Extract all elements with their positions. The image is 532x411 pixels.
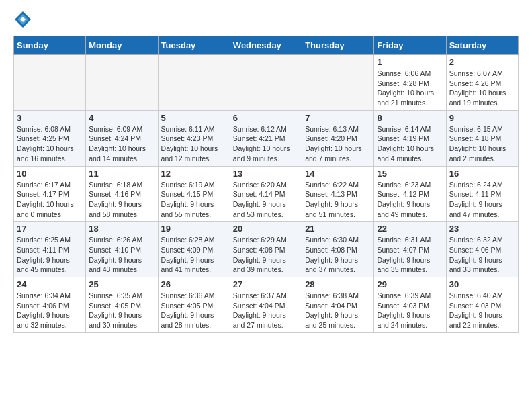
day-number: 5 — [161, 113, 227, 123]
calendar-cell: 8Sunrise: 6:14 AM Sunset: 4:19 PM Daylig… — [374, 110, 446, 166]
weekday-header: Thursday — [302, 36, 374, 55]
day-number: 16 — [449, 169, 515, 179]
day-number: 2 — [449, 57, 515, 67]
calendar-cell: 14Sunrise: 6:22 AM Sunset: 4:13 PM Dayli… — [302, 166, 374, 222]
calendar-cell: 30Sunrise: 6:40 AM Sunset: 4:03 PM Dayli… — [446, 277, 518, 333]
day-number: 25 — [89, 279, 154, 289]
day-number: 12 — [161, 169, 227, 179]
calendar-cell: 6Sunrise: 6:12 AM Sunset: 4:21 PM Daylig… — [230, 110, 302, 166]
calendar-cell: 5Sunrise: 6:11 AM Sunset: 4:23 PM Daylig… — [158, 110, 230, 166]
weekday-header: Saturday — [446, 36, 518, 55]
day-number: 23 — [449, 224, 515, 234]
calendar-cell: 28Sunrise: 6:38 AM Sunset: 4:04 PM Dayli… — [302, 277, 374, 333]
calendar-cell: 7Sunrise: 6:13 AM Sunset: 4:20 PM Daylig… — [302, 110, 374, 166]
weekday-header: Wednesday — [230, 36, 302, 55]
day-number: 14 — [305, 169, 371, 179]
weekday-header: Sunday — [14, 36, 86, 55]
calendar-cell: 17Sunrise: 6:25 AM Sunset: 4:11 PM Dayli… — [14, 222, 86, 277]
weekday-header: Tuesday — [158, 36, 230, 55]
calendar-cell: 19Sunrise: 6:28 AM Sunset: 4:09 PM Dayli… — [158, 222, 230, 277]
day-number: 26 — [161, 279, 227, 289]
day-number: 11 — [89, 169, 154, 179]
day-content: Sunrise: 6:36 AM Sunset: 4:05 PM Dayligh… — [161, 291, 227, 330]
calendar-cell: 24Sunrise: 6:34 AM Sunset: 4:06 PM Dayli… — [14, 277, 86, 333]
page-header — [13, 10, 519, 29]
day-content: Sunrise: 6:23 AM Sunset: 4:12 PM Dayligh… — [377, 180, 443, 220]
calendar-cell: 2Sunrise: 6:07 AM Sunset: 4:26 PM Daylig… — [446, 55, 518, 111]
day-content: Sunrise: 6:25 AM Sunset: 4:11 PM Dayligh… — [17, 235, 83, 275]
day-content: Sunrise: 6:19 AM Sunset: 4:15 PM Dayligh… — [161, 180, 227, 220]
calendar-week-row: 10Sunrise: 6:17 AM Sunset: 4:17 PM Dayli… — [14, 166, 519, 222]
calendar-cell — [302, 55, 374, 111]
day-number: 3 — [17, 113, 83, 123]
calendar-cell: 21Sunrise: 6:30 AM Sunset: 4:08 PM Dayli… — [302, 222, 374, 277]
calendar-cell: 16Sunrise: 6:24 AM Sunset: 4:11 PM Dayli… — [446, 166, 518, 222]
weekday-header: Friday — [374, 36, 446, 55]
calendar-cell: 18Sunrise: 6:26 AM Sunset: 4:10 PM Dayli… — [86, 222, 158, 277]
day-content: Sunrise: 6:39 AM Sunset: 4:03 PM Dayligh… — [377, 291, 443, 330]
day-number: 20 — [233, 224, 299, 234]
day-number: 4 — [89, 113, 154, 123]
day-content: Sunrise: 6:28 AM Sunset: 4:09 PM Dayligh… — [161, 235, 227, 275]
day-content: Sunrise: 6:14 AM Sunset: 4:19 PM Dayligh… — [377, 124, 443, 164]
day-content: Sunrise: 6:12 AM Sunset: 4:21 PM Dayligh… — [233, 124, 299, 164]
day-content: Sunrise: 6:35 AM Sunset: 4:05 PM Dayligh… — [89, 291, 154, 330]
calendar-cell: 27Sunrise: 6:37 AM Sunset: 4:04 PM Dayli… — [230, 277, 302, 333]
calendar-cell: 10Sunrise: 6:17 AM Sunset: 4:17 PM Dayli… — [14, 166, 86, 222]
day-number: 24 — [17, 279, 83, 289]
calendar-cell: 3Sunrise: 6:08 AM Sunset: 4:25 PM Daylig… — [14, 110, 86, 166]
day-number: 9 — [449, 113, 515, 123]
day-content: Sunrise: 6:31 AM Sunset: 4:07 PM Dayligh… — [377, 235, 443, 275]
calendar-cell: 15Sunrise: 6:23 AM Sunset: 4:12 PM Dayli… — [374, 166, 446, 222]
calendar-cell: 23Sunrise: 6:32 AM Sunset: 4:06 PM Dayli… — [446, 222, 518, 277]
day-content: Sunrise: 6:38 AM Sunset: 4:04 PM Dayligh… — [305, 291, 371, 330]
day-content: Sunrise: 6:07 AM Sunset: 4:26 PM Dayligh… — [449, 68, 515, 108]
day-number: 29 — [377, 279, 443, 289]
day-number: 27 — [233, 279, 299, 289]
calendar-header-row: SundayMondayTuesdayWednesdayThursdayFrid… — [14, 36, 519, 55]
day-content: Sunrise: 6:11 AM Sunset: 4:23 PM Dayligh… — [161, 124, 227, 164]
day-content: Sunrise: 6:22 AM Sunset: 4:13 PM Dayligh… — [305, 180, 371, 220]
day-number: 21 — [305, 224, 371, 234]
day-content: Sunrise: 6:34 AM Sunset: 4:06 PM Dayligh… — [17, 291, 83, 330]
day-content: Sunrise: 6:15 AM Sunset: 4:18 PM Dayligh… — [449, 124, 515, 164]
day-content: Sunrise: 6:13 AM Sunset: 4:20 PM Dayligh… — [305, 124, 371, 164]
day-number: 13 — [233, 169, 299, 179]
day-number: 17 — [17, 224, 83, 234]
calendar-cell — [158, 55, 230, 111]
calendar-cell: 11Sunrise: 6:18 AM Sunset: 4:16 PM Dayli… — [86, 166, 158, 222]
day-content: Sunrise: 6:24 AM Sunset: 4:11 PM Dayligh… — [449, 180, 515, 220]
calendar-table: SundayMondayTuesdayWednesdayThursdayFrid… — [13, 36, 519, 333]
calendar-cell: 9Sunrise: 6:15 AM Sunset: 4:18 PM Daylig… — [446, 110, 518, 166]
calendar-week-row: 1Sunrise: 6:06 AM Sunset: 4:28 PM Daylig… — [14, 55, 519, 111]
calendar-week-row: 3Sunrise: 6:08 AM Sunset: 4:25 PM Daylig… — [14, 110, 519, 166]
day-content: Sunrise: 6:09 AM Sunset: 4:24 PM Dayligh… — [89, 124, 154, 164]
day-content: Sunrise: 6:40 AM Sunset: 4:03 PM Dayligh… — [449, 291, 515, 330]
day-number: 18 — [89, 224, 154, 234]
logo-icon — [13, 10, 32, 29]
calendar-cell: 25Sunrise: 6:35 AM Sunset: 4:05 PM Dayli… — [86, 277, 158, 333]
day-number: 6 — [233, 113, 299, 123]
day-content: Sunrise: 6:06 AM Sunset: 4:28 PM Dayligh… — [377, 68, 443, 108]
calendar-cell: 12Sunrise: 6:19 AM Sunset: 4:15 PM Dayli… — [158, 166, 230, 222]
day-content: Sunrise: 6:32 AM Sunset: 4:06 PM Dayligh… — [449, 235, 515, 275]
page-container: SundayMondayTuesdayWednesdayThursdayFrid… — [0, 0, 532, 343]
day-number: 7 — [305, 113, 371, 123]
day-number: 8 — [377, 113, 443, 123]
day-number: 1 — [377, 57, 443, 67]
calendar-cell: 20Sunrise: 6:29 AM Sunset: 4:08 PM Dayli… — [230, 222, 302, 277]
day-content: Sunrise: 6:30 AM Sunset: 4:08 PM Dayligh… — [305, 235, 371, 275]
day-number: 22 — [377, 224, 443, 234]
day-content: Sunrise: 6:17 AM Sunset: 4:17 PM Dayligh… — [17, 180, 83, 220]
calendar-cell: 22Sunrise: 6:31 AM Sunset: 4:07 PM Dayli… — [374, 222, 446, 277]
day-number: 19 — [161, 224, 227, 234]
day-number: 10 — [17, 169, 83, 179]
weekday-header: Monday — [86, 36, 158, 55]
day-content: Sunrise: 6:18 AM Sunset: 4:16 PM Dayligh… — [89, 180, 154, 220]
day-number: 15 — [377, 169, 443, 179]
day-number: 30 — [449, 279, 515, 289]
calendar-cell — [86, 55, 158, 111]
day-content: Sunrise: 6:20 AM Sunset: 4:14 PM Dayligh… — [233, 180, 299, 220]
logo — [13, 10, 35, 29]
day-content: Sunrise: 6:29 AM Sunset: 4:08 PM Dayligh… — [233, 235, 299, 275]
